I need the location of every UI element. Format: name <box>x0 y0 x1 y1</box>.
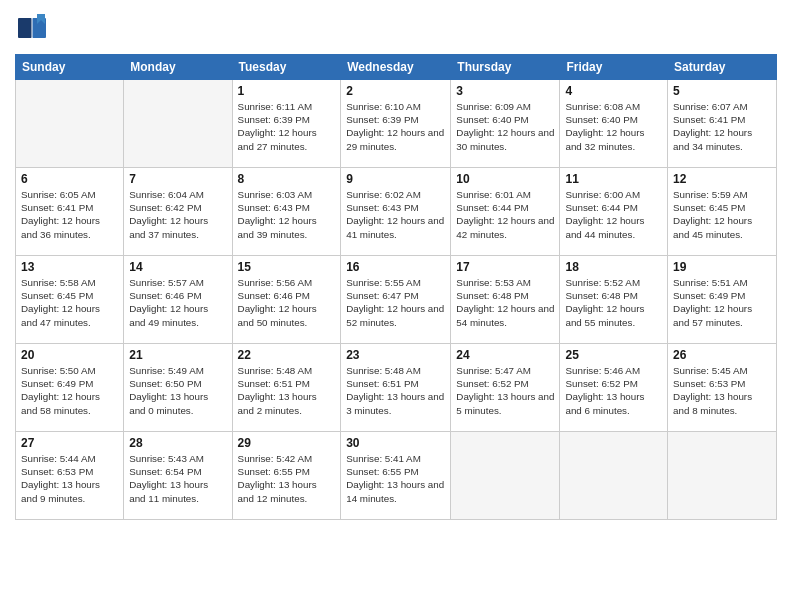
calendar-cell: 17Sunrise: 5:53 AM Sunset: 6:48 PM Dayli… <box>451 256 560 344</box>
calendar-cell: 13Sunrise: 5:58 AM Sunset: 6:45 PM Dayli… <box>16 256 124 344</box>
day-detail: Sunrise: 5:58 AM Sunset: 6:45 PM Dayligh… <box>21 276 118 329</box>
day-number: 26 <box>673 348 771 362</box>
day-number: 16 <box>346 260 445 274</box>
day-detail: Sunrise: 5:41 AM Sunset: 6:55 PM Dayligh… <box>346 452 445 505</box>
week-row-5: 27Sunrise: 5:44 AM Sunset: 6:53 PM Dayli… <box>16 432 777 520</box>
header <box>15 10 777 46</box>
day-detail: Sunrise: 5:44 AM Sunset: 6:53 PM Dayligh… <box>21 452 118 505</box>
day-detail: Sunrise: 5:47 AM Sunset: 6:52 PM Dayligh… <box>456 364 554 417</box>
day-number: 10 <box>456 172 554 186</box>
day-number: 9 <box>346 172 445 186</box>
day-number: 3 <box>456 84 554 98</box>
day-detail: Sunrise: 5:43 AM Sunset: 6:54 PM Dayligh… <box>129 452 226 505</box>
day-detail: Sunrise: 6:08 AM Sunset: 6:40 PM Dayligh… <box>565 100 662 153</box>
calendar-table: SundayMondayTuesdayWednesdayThursdayFrid… <box>15 54 777 520</box>
calendar-cell <box>124 80 232 168</box>
calendar-cell <box>16 80 124 168</box>
calendar-cell: 28Sunrise: 5:43 AM Sunset: 6:54 PM Dayli… <box>124 432 232 520</box>
calendar-cell: 7Sunrise: 6:04 AM Sunset: 6:42 PM Daylig… <box>124 168 232 256</box>
calendar-cell: 6Sunrise: 6:05 AM Sunset: 6:41 PM Daylig… <box>16 168 124 256</box>
calendar-cell: 24Sunrise: 5:47 AM Sunset: 6:52 PM Dayli… <box>451 344 560 432</box>
day-detail: Sunrise: 5:46 AM Sunset: 6:52 PM Dayligh… <box>565 364 662 417</box>
day-number: 22 <box>238 348 336 362</box>
day-detail: Sunrise: 6:10 AM Sunset: 6:39 PM Dayligh… <box>346 100 445 153</box>
calendar-cell: 19Sunrise: 5:51 AM Sunset: 6:49 PM Dayli… <box>668 256 777 344</box>
svg-rect-1 <box>18 18 32 38</box>
calendar-cell: 21Sunrise: 5:49 AM Sunset: 6:50 PM Dayli… <box>124 344 232 432</box>
day-number: 21 <box>129 348 226 362</box>
day-detail: Sunrise: 5:59 AM Sunset: 6:45 PM Dayligh… <box>673 188 771 241</box>
day-detail: Sunrise: 5:57 AM Sunset: 6:46 PM Dayligh… <box>129 276 226 329</box>
day-detail: Sunrise: 5:53 AM Sunset: 6:48 PM Dayligh… <box>456 276 554 329</box>
calendar-cell <box>451 432 560 520</box>
day-number: 13 <box>21 260 118 274</box>
calendar-cell: 20Sunrise: 5:50 AM Sunset: 6:49 PM Dayli… <box>16 344 124 432</box>
calendar-cell: 29Sunrise: 5:42 AM Sunset: 6:55 PM Dayli… <box>232 432 341 520</box>
day-number: 15 <box>238 260 336 274</box>
calendar-cell: 12Sunrise: 5:59 AM Sunset: 6:45 PM Dayli… <box>668 168 777 256</box>
day-number: 19 <box>673 260 771 274</box>
day-detail: Sunrise: 6:02 AM Sunset: 6:43 PM Dayligh… <box>346 188 445 241</box>
day-number: 11 <box>565 172 662 186</box>
day-number: 8 <box>238 172 336 186</box>
week-row-2: 6Sunrise: 6:05 AM Sunset: 6:41 PM Daylig… <box>16 168 777 256</box>
day-detail: Sunrise: 5:55 AM Sunset: 6:47 PM Dayligh… <box>346 276 445 329</box>
header-saturday: Saturday <box>668 55 777 80</box>
day-detail: Sunrise: 6:09 AM Sunset: 6:40 PM Dayligh… <box>456 100 554 153</box>
day-number: 25 <box>565 348 662 362</box>
header-sunday: Sunday <box>16 55 124 80</box>
calendar-cell: 23Sunrise: 5:48 AM Sunset: 6:51 PM Dayli… <box>341 344 451 432</box>
calendar-cell <box>560 432 668 520</box>
day-detail: Sunrise: 6:11 AM Sunset: 6:39 PM Dayligh… <box>238 100 336 153</box>
calendar-cell: 1Sunrise: 6:11 AM Sunset: 6:39 PM Daylig… <box>232 80 341 168</box>
calendar-cell: 18Sunrise: 5:52 AM Sunset: 6:48 PM Dayli… <box>560 256 668 344</box>
calendar-cell: 8Sunrise: 6:03 AM Sunset: 6:43 PM Daylig… <box>232 168 341 256</box>
day-detail: Sunrise: 6:00 AM Sunset: 6:44 PM Dayligh… <box>565 188 662 241</box>
calendar-cell: 5Sunrise: 6:07 AM Sunset: 6:41 PM Daylig… <box>668 80 777 168</box>
calendar-cell: 16Sunrise: 5:55 AM Sunset: 6:47 PM Dayli… <box>341 256 451 344</box>
calendar-cell: 9Sunrise: 6:02 AM Sunset: 6:43 PM Daylig… <box>341 168 451 256</box>
day-number: 29 <box>238 436 336 450</box>
day-number: 27 <box>21 436 118 450</box>
week-row-4: 20Sunrise: 5:50 AM Sunset: 6:49 PM Dayli… <box>16 344 777 432</box>
calendar-cell: 26Sunrise: 5:45 AM Sunset: 6:53 PM Dayli… <box>668 344 777 432</box>
day-number: 30 <box>346 436 445 450</box>
day-detail: Sunrise: 5:56 AM Sunset: 6:46 PM Dayligh… <box>238 276 336 329</box>
day-number: 4 <box>565 84 662 98</box>
day-detail: Sunrise: 6:07 AM Sunset: 6:41 PM Dayligh… <box>673 100 771 153</box>
calendar-cell <box>668 432 777 520</box>
calendar-cell: 14Sunrise: 5:57 AM Sunset: 6:46 PM Dayli… <box>124 256 232 344</box>
day-number: 24 <box>456 348 554 362</box>
week-row-3: 13Sunrise: 5:58 AM Sunset: 6:45 PM Dayli… <box>16 256 777 344</box>
day-number: 5 <box>673 84 771 98</box>
calendar-cell: 30Sunrise: 5:41 AM Sunset: 6:55 PM Dayli… <box>341 432 451 520</box>
header-friday: Friday <box>560 55 668 80</box>
calendar-cell: 22Sunrise: 5:48 AM Sunset: 6:51 PM Dayli… <box>232 344 341 432</box>
day-detail: Sunrise: 5:42 AM Sunset: 6:55 PM Dayligh… <box>238 452 336 505</box>
day-number: 20 <box>21 348 118 362</box>
header-thursday: Thursday <box>451 55 560 80</box>
page: SundayMondayTuesdayWednesdayThursdayFrid… <box>0 0 792 612</box>
day-detail: Sunrise: 5:50 AM Sunset: 6:49 PM Dayligh… <box>21 364 118 417</box>
calendar-header-row: SundayMondayTuesdayWednesdayThursdayFrid… <box>16 55 777 80</box>
header-tuesday: Tuesday <box>232 55 341 80</box>
day-detail: Sunrise: 5:49 AM Sunset: 6:50 PM Dayligh… <box>129 364 226 417</box>
calendar-cell: 11Sunrise: 6:00 AM Sunset: 6:44 PM Dayli… <box>560 168 668 256</box>
day-detail: Sunrise: 6:01 AM Sunset: 6:44 PM Dayligh… <box>456 188 554 241</box>
day-number: 17 <box>456 260 554 274</box>
calendar-cell: 15Sunrise: 5:56 AM Sunset: 6:46 PM Dayli… <box>232 256 341 344</box>
logo <box>15 10 55 46</box>
header-monday: Monday <box>124 55 232 80</box>
day-detail: Sunrise: 5:51 AM Sunset: 6:49 PM Dayligh… <box>673 276 771 329</box>
calendar-cell: 25Sunrise: 5:46 AM Sunset: 6:52 PM Dayli… <box>560 344 668 432</box>
calendar-cell: 4Sunrise: 6:08 AM Sunset: 6:40 PM Daylig… <box>560 80 668 168</box>
day-detail: Sunrise: 5:48 AM Sunset: 6:51 PM Dayligh… <box>238 364 336 417</box>
day-detail: Sunrise: 5:48 AM Sunset: 6:51 PM Dayligh… <box>346 364 445 417</box>
day-number: 2 <box>346 84 445 98</box>
calendar-cell: 3Sunrise: 6:09 AM Sunset: 6:40 PM Daylig… <box>451 80 560 168</box>
header-wednesday: Wednesday <box>341 55 451 80</box>
day-number: 18 <box>565 260 662 274</box>
day-detail: Sunrise: 6:05 AM Sunset: 6:41 PM Dayligh… <box>21 188 118 241</box>
day-detail: Sunrise: 6:04 AM Sunset: 6:42 PM Dayligh… <box>129 188 226 241</box>
day-number: 7 <box>129 172 226 186</box>
